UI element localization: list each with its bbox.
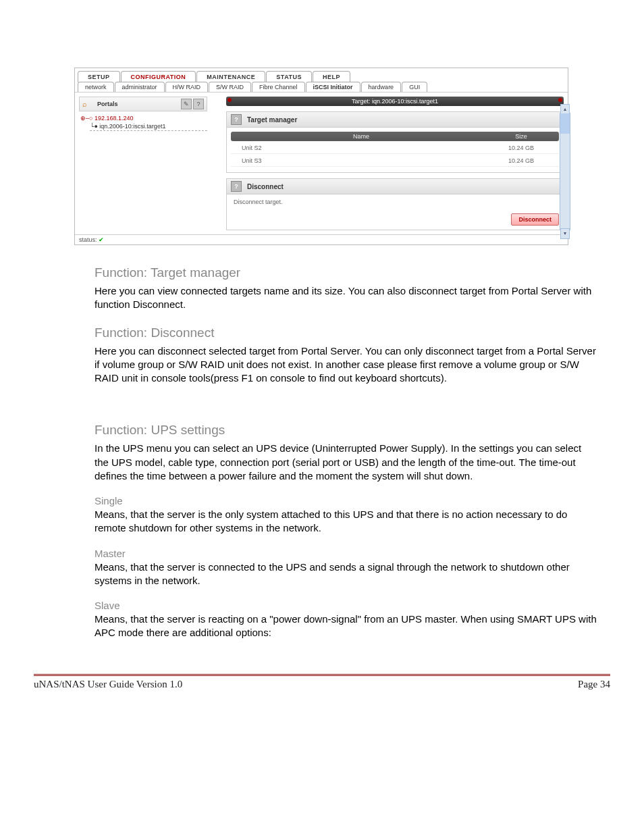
scroll-down-icon[interactable]: ▾ — [560, 228, 570, 239]
help-icon[interactable]: ? — [231, 181, 242, 192]
subheading-master: Master — [95, 548, 597, 559]
col-size-header: Size — [487, 133, 555, 140]
unit-name: Unit S3 — [235, 157, 487, 164]
page-footer: uNAS/tNAS User Guide Version 1.0 Page 34 — [34, 674, 610, 690]
heading-ups-settings: Function: UPS settings — [95, 423, 597, 438]
table-header: Name Size — [231, 132, 559, 141]
paragraph: In the UPS menu you can select an UPS de… — [95, 442, 597, 483]
left-panel: ⌕ Portals ✎ ? ⊕–○ 192.168.1.240 └● iqn.2… — [76, 94, 210, 233]
tab-setup[interactable]: SETUP — [78, 71, 120, 82]
subtab-sw-raid[interactable]: S/W RAID — [209, 82, 251, 92]
target-manager-title: Target manager — [247, 116, 297, 124]
tree-target-node[interactable]: └● iqn.2006-10:iscsi.target1 — [90, 122, 207, 131]
paragraph: Here you can disconnect selected target … — [95, 344, 597, 386]
paragraph: Means, that the server is reacting on a … — [95, 613, 597, 640]
target-header-bar: Target: iqn.2006-10:iscsi.target1 — [226, 97, 564, 106]
subtab-gui[interactable]: GUI — [402, 82, 427, 92]
tab-configuration[interactable]: CONFIGURATION — [121, 71, 196, 82]
help-icon[interactable]: ? — [193, 99, 204, 109]
disconnect-title: Disconnect — [247, 183, 284, 190]
tab-status[interactable]: STATUS — [266, 71, 312, 82]
right-panel: Target: iqn.2006-10:iscsi.target1 ? Targ… — [210, 94, 566, 233]
disconnect-button[interactable]: Disconnect — [511, 213, 559, 226]
sub-tabs: network administrator H/W RAID S/W RAID … — [75, 82, 568, 93]
search-icon: ⌕ — [82, 100, 87, 108]
scroll-thumb[interactable] — [560, 113, 570, 134]
subtab-administrator[interactable]: administrator — [115, 82, 165, 92]
subtab-network[interactable]: network — [78, 82, 114, 92]
edit-icon[interactable]: ✎ — [181, 99, 192, 109]
subtab-hw-raid[interactable]: H/W RAID — [165, 82, 209, 92]
heading-target-manager: Function: Target manager — [95, 265, 597, 280]
disconnect-panel: ? Disconnect Disconnect target. Disconne… — [226, 178, 564, 230]
tab-help[interactable]: HELP — [313, 71, 350, 82]
target-manager-panel: ? Target manager Name Size Unit S2 10.24… — [226, 111, 564, 173]
scrollbar[interactable]: ▴ ▾ — [560, 113, 570, 230]
portals-tree: ⊕–○ 192.168.1.240 └● iqn.2006-10:iscsi.t… — [79, 114, 207, 131]
subtab-hardware[interactable]: hardware — [361, 82, 402, 92]
paragraph: Means, that the server is the only syste… — [95, 508, 597, 536]
col-name-header: Name — [235, 133, 487, 140]
unit-size: 10.24 GB — [487, 157, 555, 164]
disconnect-text: Disconnect target. — [227, 194, 563, 209]
help-icon[interactable]: ? — [231, 114, 242, 125]
paragraph: Here you can view connected targets name… — [95, 284, 597, 312]
paragraph: Means, that the server is connected to t… — [95, 561, 597, 588]
table-row[interactable]: Unit S2 10.24 GB — [231, 142, 559, 154]
subheading-single: Single — [95, 495, 597, 506]
footer-left: uNAS/tNAS User Guide Version 1.0 — [34, 679, 182, 690]
tree-ip-node[interactable]: ⊕–○ 192.168.1.240 — [80, 114, 207, 122]
status-bar: status: ✔ — [75, 234, 568, 244]
portals-header: ⌕ Portals ✎ ? — [79, 97, 207, 111]
unit-name: Unit S2 — [235, 145, 487, 151]
portals-title: Portals — [97, 101, 118, 107]
heading-disconnect: Function: Disconnect — [95, 325, 597, 340]
table-row[interactable]: Unit S3 10.24 GB — [231, 155, 559, 167]
subtab-iscsi-initiator[interactable]: iSCSI Initiator — [306, 82, 360, 92]
app-screenshot: SETUP CONFIGURATION MAINTENANCE STATUS H… — [74, 68, 568, 245]
footer-right: Page 34 — [578, 679, 610, 690]
subheading-slave: Slave — [95, 600, 597, 611]
check-icon: ✔ — [99, 236, 104, 243]
unit-size: 10.24 GB — [487, 145, 555, 151]
tab-maintenance[interactable]: MAINTENANCE — [196, 71, 265, 82]
subtab-fibre-channel[interactable]: Fibre Channel — [252, 82, 305, 92]
main-tabs: SETUP CONFIGURATION MAINTENANCE STATUS H… — [75, 68, 568, 82]
document-body: Function: Target manager Here you can vi… — [34, 265, 610, 640]
